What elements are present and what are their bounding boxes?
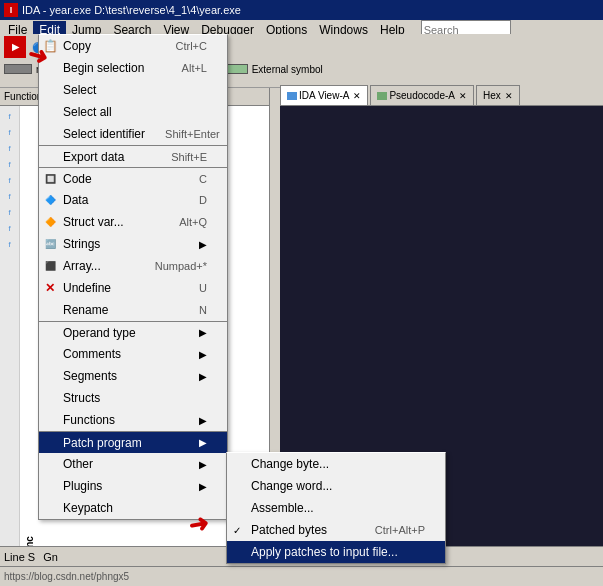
- export-data-label: Export data: [63, 150, 124, 164]
- strings-icon: 🔤: [45, 239, 56, 249]
- copy-shortcut: Ctrl+C: [176, 40, 207, 52]
- menu-item-begin-selection[interactable]: Begin selection Alt+L: [39, 57, 227, 79]
- array-shortcut: Numpad+*: [155, 260, 207, 272]
- menu-item-code[interactable]: 🔲 Code C: [39, 167, 227, 189]
- func-indicator-2: f: [0, 126, 19, 140]
- menu-item-structs[interactable]: Structs: [39, 387, 227, 409]
- menu-item-select-identifier[interactable]: Select identifier Shift+Enter: [39, 123, 227, 145]
- segments-label: Segments: [63, 369, 117, 383]
- tab-close-pseudo[interactable]: ✕: [459, 91, 467, 101]
- select-identifier-label: Select identifier: [63, 127, 145, 141]
- patch-arrow: ▶: [199, 437, 207, 448]
- tab-icon-ida: [287, 92, 297, 100]
- menu-item-undefine[interactable]: ✕ Undefine U: [39, 277, 227, 299]
- menu-item-keypatch[interactable]: Keypatch: [39, 497, 227, 519]
- func-indicator-4: f: [0, 158, 19, 172]
- title-bar: I IDA - year.exe D:\test\reverse\4_1\4\y…: [0, 0, 603, 20]
- code-shortcut: C: [199, 173, 207, 185]
- other-label: Other: [63, 457, 93, 471]
- menu-item-select-all[interactable]: Select all: [39, 101, 227, 123]
- copy-label: Copy: [63, 39, 91, 53]
- patched-bytes-label: Patched bytes: [251, 523, 327, 537]
- menu-item-data[interactable]: 🔷 Data D: [39, 189, 227, 211]
- legend-instruction-box: [4, 64, 32, 74]
- struct-var-label: Struct var...: [63, 215, 124, 229]
- func-indicator-6: f: [0, 190, 19, 204]
- patched-bytes-check: ✓: [233, 525, 241, 536]
- status-text: https://blog.csdn.net/phngx5: [4, 571, 129, 582]
- other-arrow: ▶: [199, 459, 207, 470]
- code-icon: 🔲: [45, 174, 56, 184]
- patch-assemble[interactable]: Assemble...: [227, 497, 445, 519]
- func-indicator-f: f: [0, 110, 19, 124]
- menu-item-other[interactable]: Other ▶: [39, 453, 227, 475]
- func-indicator-8: f: [0, 222, 19, 236]
- keypatch-label: Keypatch: [63, 501, 113, 515]
- tab-hex[interactable]: Hex ✕: [476, 85, 520, 105]
- legend-external-label: External symbol: [252, 64, 323, 75]
- comments-arrow: ▶: [199, 349, 207, 360]
- change-word-label: Change word...: [251, 479, 332, 493]
- apply-patches-label: Apply patches to input file...: [251, 545, 398, 559]
- functions-arrow: ▶: [199, 415, 207, 426]
- undefine-icon: ✕: [45, 281, 55, 295]
- select-identifier-shortcut: Shift+Enter: [165, 128, 220, 140]
- app-icon: I: [4, 3, 18, 17]
- begin-selection-label: Begin selection: [63, 61, 144, 75]
- data-shortcut: D: [199, 194, 207, 206]
- segments-arrow: ▶: [199, 371, 207, 382]
- menu-item-functions[interactable]: Functions ▶: [39, 409, 227, 431]
- strings-arrow: ▶: [199, 239, 207, 250]
- line-status: Line S: [4, 551, 35, 563]
- patch-change-byte[interactable]: Change byte...: [227, 453, 445, 475]
- patch-patched-bytes[interactable]: ✓ Patched bytes Ctrl+Alt+P: [227, 519, 445, 541]
- plugins-label: Plugins: [63, 479, 102, 493]
- begin-selection-shortcut: Alt+L: [182, 62, 207, 74]
- menu-item-array[interactable]: ⬛ Array... Numpad+*: [39, 255, 227, 277]
- patch-change-word[interactable]: Change word...: [227, 475, 445, 497]
- toolbar-btn-1[interactable]: ▶: [4, 36, 26, 58]
- export-data-shortcut: Shift+E: [171, 151, 207, 163]
- undefine-shortcut: U: [199, 282, 207, 294]
- strings-label: Strings: [63, 237, 100, 251]
- array-label: Array...: [63, 259, 101, 273]
- tab-label-hex: Hex: [483, 90, 501, 101]
- plugins-arrow: ▶: [199, 481, 207, 492]
- menu-item-strings[interactable]: 🔤 Strings ▶: [39, 233, 227, 255]
- func-vertical-label: Func: [20, 106, 39, 546]
- operand-arrow: ▶: [199, 327, 207, 338]
- menu-item-plugins[interactable]: Plugins ▶: [39, 475, 227, 497]
- functions-label: Functions: [63, 413, 115, 427]
- tab-pseudocode[interactable]: Pseudocode-A ✕: [370, 85, 474, 105]
- menu-item-operand-type[interactable]: Operand type ▶: [39, 321, 227, 343]
- undefine-label: Undefine: [63, 281, 111, 295]
- menu-item-struct-var[interactable]: 🔶 Struct var... Alt+Q: [39, 211, 227, 233]
- tab-close-hex[interactable]: ✕: [505, 91, 513, 101]
- patch-submenu-dropdown: Change byte... Change word... Assemble..…: [226, 452, 446, 564]
- struct-icon: 🔶: [45, 217, 56, 227]
- menu-item-rename[interactable]: Rename N: [39, 299, 227, 321]
- structs-label: Structs: [63, 391, 100, 405]
- menu-item-copy[interactable]: 📋 Copy Ctrl+C: [39, 35, 227, 57]
- change-byte-label: Change byte...: [251, 457, 329, 471]
- menu-item-select[interactable]: Select: [39, 79, 227, 101]
- struct-var-shortcut: Alt+Q: [179, 216, 207, 228]
- copy-icon: 📋: [43, 39, 58, 53]
- func-indicator-9: f: [0, 238, 19, 252]
- tab-row: IDA View-A ✕ Pseudocode-A ✕ Hex ✕: [280, 84, 603, 106]
- comments-label: Comments: [63, 347, 121, 361]
- menu-item-comments[interactable]: Comments ▶: [39, 343, 227, 365]
- patch-program-label: Patch program: [63, 436, 142, 450]
- tab-ida-view[interactable]: IDA View-A ✕: [280, 85, 368, 105]
- code-label: Code: [63, 172, 92, 186]
- tab-close-ida[interactable]: ✕: [353, 91, 361, 101]
- menu-item-export-data[interactable]: Export data Shift+E: [39, 145, 227, 167]
- patch-apply-to-file[interactable]: Apply patches to input file...: [227, 541, 445, 563]
- operand-type-label: Operand type: [63, 326, 136, 340]
- edit-menu-dropdown: 📋 Copy Ctrl+C Begin selection Alt+L Sele…: [38, 34, 228, 520]
- menu-item-patch-program[interactable]: Patch program ▶: [39, 431, 227, 453]
- data-icon: 🔷: [45, 195, 56, 205]
- func-indicator-5: f: [0, 174, 19, 188]
- select-label: Select: [63, 83, 96, 97]
- menu-item-segments[interactable]: Segments ▶: [39, 365, 227, 387]
